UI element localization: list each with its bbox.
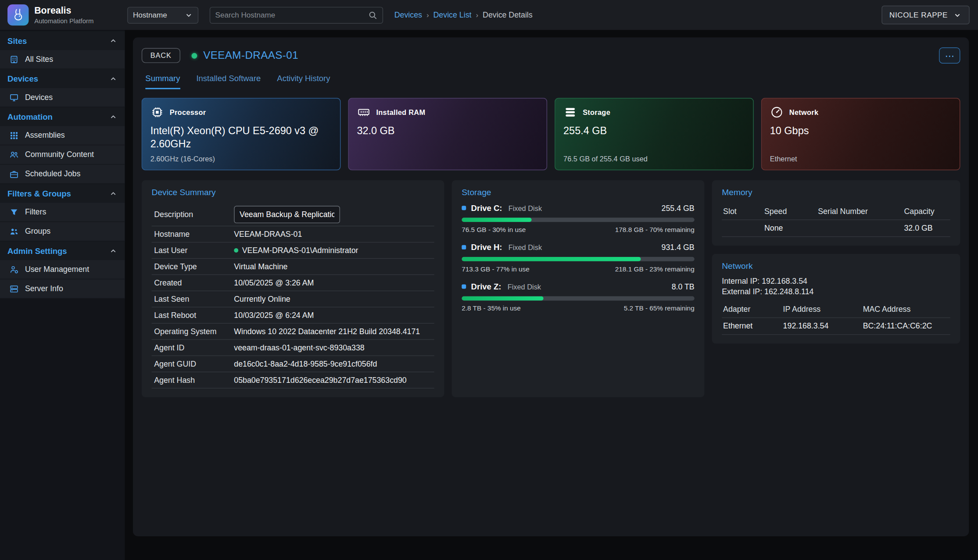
sidebar-item-label: Groups — [25, 227, 50, 236]
rabbit-glyph — [11, 7, 25, 22]
panel-title: Device Summary — [152, 188, 434, 197]
drive-icon — [462, 206, 466, 210]
sidebar-item-label: Assemblies — [25, 131, 65, 140]
tab-summary[interactable]: Summary — [145, 74, 180, 89]
more-actions-button[interactable]: ⋯ — [939, 47, 960, 64]
title-row: BACK VEEAM-DRAAS-01 ⋯ — [142, 47, 960, 64]
summary-row-agent-guid: Agent GUID de16c0c1-8aa2-4d18-9585-9ce91… — [152, 356, 434, 372]
main-content: BACK VEEAM-DRAAS-01 ⋯ Summary Installed … — [125, 30, 978, 560]
ram-icon — [357, 105, 370, 119]
stat-title: Storage — [583, 108, 610, 116]
breadcrumb: Devices › Device List › Device Details — [394, 11, 533, 19]
sidebar-section-filters-groups[interactable]: Filters & Groups — [0, 184, 125, 203]
sidebar-item-community-content[interactable]: Community Content — [0, 145, 125, 164]
search-input[interactable] — [215, 11, 368, 19]
sidebar-item-groups[interactable]: Groups — [0, 222, 125, 241]
stat-cards: Processor Intel(R) Xeon(R) CPU E5-2690 v… — [142, 98, 960, 170]
drive-icon — [462, 245, 466, 250]
sidebar-section-devices[interactable]: Devices — [0, 69, 125, 88]
drive-usage-bar — [462, 296, 694, 300]
summary-row-last-user: Last User VEEAM-DRAAS-01\Administrator — [152, 243, 434, 259]
briefcase-icon — [9, 169, 19, 179]
tab-activity-history[interactable]: Activity History — [277, 74, 330, 89]
sidebar-item-server-info[interactable]: Server Info — [0, 279, 125, 299]
page-title: VEEAM-DRAAS-01 — [203, 49, 298, 61]
drive-row-h: Drive H: Fixed Disk 931.4 GB 713.3 GB - … — [462, 243, 694, 272]
network-table-header: Adapter IP Address MAC Address — [722, 301, 950, 318]
sidebar-item-assemblies[interactable]: Assemblies — [0, 126, 125, 145]
sidebar-section-automation[interactable]: Automation — [0, 107, 125, 126]
breadcrumb-separator: › — [476, 11, 478, 19]
search-box[interactable] — [210, 7, 383, 23]
filter-icon — [9, 207, 19, 217]
summary-row-agent-hash: Agent Hash 05ba0e7935171d626ecea29b27d7a… — [152, 372, 434, 389]
server-icon — [9, 284, 19, 294]
app-root: Borealis Automation Platform Hostname De… — [0, 0, 978, 560]
rabbit-logo-icon[interactable] — [7, 4, 29, 25]
panels-row: Device Summary Description Hostname VEEA… — [142, 180, 960, 397]
memory-panel: Memory Slot Speed Serial Number Capacity… — [712, 180, 960, 246]
summary-row-hostname: Hostname VEEAM-DRAAS-01 — [152, 226, 434, 243]
summary-row-description: Description — [152, 203, 434, 227]
sidebar-item-all-sites[interactable]: All Sites — [0, 50, 125, 69]
drive-remaining-label: 178.8 GB - 70% remaining — [615, 226, 695, 233]
sidebar-section-admin-settings[interactable]: Admin Settings — [0, 241, 125, 260]
device-summary-panel: Device Summary Description Hostname VEEA… — [142, 180, 444, 397]
right-column: Memory Slot Speed Serial Number Capacity… — [712, 180, 960, 397]
sidebar-item-filters[interactable]: Filters — [0, 203, 125, 222]
drive-row-c: Drive C: Fixed Disk 255.4 GB 76.5 GB - 3… — [462, 203, 694, 233]
sidebar: Sites All Sites Devices Devices Au — [0, 30, 125, 560]
sidebar-section-sites[interactable]: Sites — [0, 31, 125, 50]
drive-row-z: Drive Z: Fixed Disk 8.0 TB 2.8 TB - 35% … — [462, 282, 694, 312]
stat-card-installed-ram: Installed RAM 32.0 GB — [348, 98, 547, 170]
description-input[interactable] — [234, 206, 340, 223]
chevron-up-icon — [109, 246, 117, 254]
sidebar-item-scheduled-jobs[interactable]: Scheduled Jobs — [0, 164, 125, 184]
memory-table-header: Slot Speed Serial Number Capacity — [722, 203, 950, 220]
stat-value: 255.4 GB — [563, 124, 745, 137]
summary-row-device-type: Device Type Virtual Machine — [152, 259, 434, 275]
tab-installed-software[interactable]: Installed Software — [196, 74, 261, 89]
drive-icon — [462, 284, 466, 289]
cpu-icon — [150, 105, 164, 119]
breadcrumb-devices[interactable]: Devices — [394, 11, 422, 19]
drive-remaining-label: 5.2 TB - 65% remaining — [624, 304, 695, 312]
sidebar-item-label: Devices — [25, 93, 53, 102]
summary-row-last-reboot: Last Reboot 10/03/2025 @ 6:24 AM — [152, 307, 434, 324]
sidebar-item-label: Community Content — [25, 150, 94, 159]
hostname-filter-select[interactable]: Hostname — [127, 7, 198, 23]
disk-stack-icon — [563, 105, 577, 119]
back-button[interactable]: BACK — [142, 48, 180, 63]
people-icon — [9, 150, 19, 160]
search-icon — [368, 10, 377, 19]
stat-subtext: 2.60GHz (16-Cores) — [150, 155, 332, 163]
tabs: Summary Installed Software Activity Hist… — [145, 74, 960, 89]
memory-table-row: None 32.0 GB — [722, 220, 950, 237]
grid-icon — [9, 130, 19, 140]
groups-icon — [9, 226, 19, 236]
stat-value: 32.0 GB — [357, 124, 538, 137]
chevron-up-icon — [109, 113, 117, 121]
sidebar-item-user-management[interactable]: User Management — [0, 260, 125, 279]
sidebar-item-label: Filters — [25, 208, 46, 217]
monitor-icon — [9, 92, 19, 102]
chevron-down-icon — [953, 11, 961, 19]
stat-card-network: Network 10 Gbps Ethernet — [761, 98, 960, 170]
user-menu-button[interactable]: NICOLE RAPPE — [881, 6, 970, 25]
summary-row-operating-system: Operating System Windows 10 2022 Datacen… — [152, 324, 434, 340]
stat-title: Installed RAM — [376, 108, 425, 116]
stat-title: Processor — [170, 108, 206, 116]
stat-subtext: 76.5 GB of 255.4 GB used — [563, 155, 745, 163]
panel-title: Memory — [722, 188, 950, 197]
gauge-icon — [770, 105, 784, 119]
summary-row-agent-id: Agent ID veeam-draas-01-agent-svc-8930a3… — [152, 340, 434, 356]
stat-card-storage: Storage 255.4 GB 76.5 GB of 255.4 GB use… — [555, 98, 754, 170]
drive-used-label: 713.3 GB - 77% in use — [462, 265, 529, 272]
body-layout: Sites All Sites Devices Devices Au — [0, 30, 978, 560]
sidebar-item-devices[interactable]: Devices — [0, 88, 125, 107]
device-details-panel: BACK VEEAM-DRAAS-01 ⋯ Summary Installed … — [133, 37, 969, 536]
summary-row-last-seen: Last Seen Currently Online — [152, 291, 434, 307]
summary-row-created: Created 10/05/2025 @ 3:26 AM — [152, 275, 434, 291]
stat-value: 10 Gbps — [770, 124, 952, 137]
breadcrumb-device-list[interactable]: Device List — [433, 11, 472, 19]
